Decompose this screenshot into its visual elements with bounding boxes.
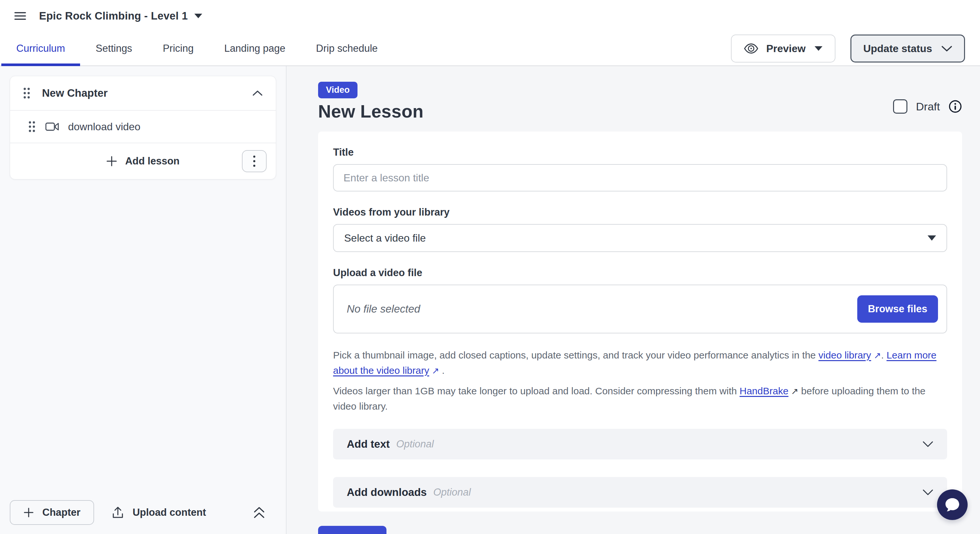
help-text-segment: . (881, 350, 886, 361)
drag-handle-icon[interactable] (23, 87, 30, 99)
drag-handle-icon[interactable] (28, 121, 35, 132)
chapter-kebab-menu-button[interactable] (242, 150, 267, 172)
plus-icon (24, 507, 34, 518)
add-downloads-section-toggle[interactable]: Add downloads Optional (333, 477, 947, 508)
preview-button[interactable]: Preview (731, 35, 835, 62)
help-text-segment: Pick a thumbnail image, add closed capti… (333, 350, 819, 361)
chat-widget-button[interactable] (937, 490, 967, 520)
add-downloads-label: Add downloads (347, 486, 427, 499)
lesson-type-badge: Video (318, 82, 358, 99)
chevron-down-icon (923, 441, 934, 447)
video-library-select-value: Select a video file (344, 232, 426, 244)
chapter-header[interactable]: New Chapter (10, 76, 276, 110)
update-status-button[interactable]: Update status (850, 35, 965, 62)
update-status-label: Update status (863, 43, 932, 55)
upload-field-label: Upload a video file (333, 267, 947, 279)
tab-drip-schedule[interactable]: Drip schedule (316, 32, 378, 65)
lesson-title: download video (68, 121, 140, 133)
collapse-all-double-chevron-up-icon[interactable] (253, 506, 265, 519)
content-area: New Chapter download video (0, 66, 980, 534)
save-lesson-button[interactable]: Save lesson (318, 526, 387, 534)
add-text-label: Add text (347, 438, 390, 450)
help-text-segment: . (439, 365, 445, 376)
update-status-chevron-down-icon (941, 45, 952, 52)
eye-icon (744, 43, 758, 54)
tab-settings[interactable]: Settings (96, 32, 132, 65)
curriculum-sidebar: New Chapter download video (0, 66, 286, 534)
external-link-arrow-icon: ↗ (874, 348, 881, 363)
tabbar-actions: Preview Update status (731, 35, 980, 62)
preview-button-label: Preview (766, 43, 805, 55)
browse-files-button[interactable]: Browse files (857, 295, 938, 323)
info-icon[interactable] (948, 100, 962, 113)
draft-toggle-row: Draft (893, 99, 962, 114)
course-switcher-caret-icon[interactable] (194, 14, 202, 18)
optional-label: Optional (433, 486, 471, 498)
add-text-section-toggle[interactable]: Add text Optional (333, 429, 947, 459)
upload-content-button[interactable]: Upload content (112, 506, 206, 519)
chapter-title: New Chapter (42, 87, 252, 99)
topbar: Epic Rock Climbing - Level 1 (0, 0, 980, 32)
video-upload-dropzone[interactable]: No file selected Browse files (333, 284, 947, 334)
compression-help-text: Videos larger than 1GB may take longer t… (333, 383, 947, 414)
help-text-segment: Videos larger than 1GB may take longer t… (333, 386, 740, 396)
chapter-card: New Chapter download video (10, 76, 276, 180)
lesson-row-download-video[interactable]: download video (10, 110, 276, 143)
handbrake-link[interactable]: HandBrake (740, 386, 789, 396)
tabbar: Curriculum Settings Pricing Landing page… (0, 32, 980, 66)
course-title[interactable]: Epic Rock Climbing - Level 1 (39, 10, 188, 22)
external-link-arrow-icon: ↗ (791, 384, 799, 399)
chapter-collapse-chevron-up-icon[interactable] (252, 90, 263, 96)
add-lesson-button[interactable]: Add lesson (125, 155, 180, 167)
lesson-editor-header: Video New Lesson Draft (318, 82, 962, 122)
lesson-heading-group: Video New Lesson (318, 82, 423, 122)
preview-caret-icon (815, 46, 822, 51)
sidebar-footer: Chapter Upload content (10, 500, 276, 525)
add-lesson-row: Add lesson (10, 143, 276, 179)
external-link-arrow-icon: ↗ (432, 363, 439, 378)
draft-checkbox[interactable] (893, 99, 907, 114)
select-caret-icon (928, 235, 936, 241)
chevron-down-icon (923, 489, 934, 496)
tab-curriculum[interactable]: Curriculum (16, 32, 65, 65)
hamburger-menu-icon[interactable] (14, 11, 26, 21)
title-field-label: Title (333, 146, 947, 158)
video-library-select[interactable]: Select a video file (333, 224, 947, 252)
optional-label: Optional (396, 438, 434, 450)
video-library-help-text: Pick a thumbnail image, add closed capti… (333, 348, 947, 378)
video-camera-icon (45, 122, 59, 132)
tab-landing-page[interactable]: Landing page (224, 32, 286, 65)
tab-pricing[interactable]: Pricing (163, 32, 194, 65)
upload-content-label: Upload content (132, 507, 206, 518)
video-library-link[interactable]: video library (819, 350, 871, 361)
add-chapter-button[interactable]: Chapter (10, 500, 94, 525)
chat-bubble-icon (944, 497, 961, 512)
upload-icon (112, 506, 124, 519)
course-builder-app: Epic Rock Climbing - Level 1 Curriculum … (0, 0, 980, 534)
lesson-title-input[interactable] (333, 164, 947, 191)
library-field-label: Videos from your library (333, 207, 947, 218)
upload-empty-text: No file selected (347, 303, 420, 315)
lesson-form-card: Title Videos from your library Select a … (318, 132, 962, 512)
page-title: New Lesson (318, 101, 423, 122)
lesson-editor: Video New Lesson Draft Title Videos from… (286, 66, 980, 534)
plus-icon (106, 156, 117, 167)
draft-label: Draft (916, 100, 940, 113)
add-chapter-label: Chapter (42, 507, 80, 518)
